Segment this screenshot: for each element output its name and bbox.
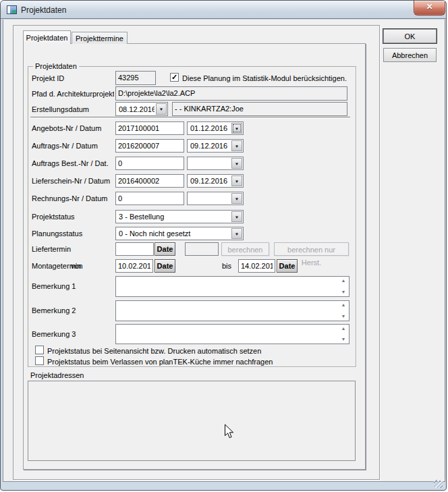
chevron-down-icon: ▼ <box>235 126 240 130</box>
window-title: Projektdaten <box>21 5 66 15</box>
montagetermin-von-input[interactable] <box>115 259 153 273</box>
tab-projektdaten[interactable]: Projektdaten <box>23 30 71 44</box>
chevron-down-icon: ▼ <box>235 196 240 200</box>
cancel-button[interactable]: Abbrechen <box>383 48 437 62</box>
auftrag-best-datum-dropdown-button[interactable]: ▼ <box>231 158 242 169</box>
titlebar[interactable]: Projektdaten <box>1 1 446 19</box>
auftrag-best-label: Auftrags Best.-Nr / Dat. <box>32 159 109 168</box>
scroll-down-icon[interactable]: ▼ <box>339 314 347 319</box>
angebot-nr-input[interactable] <box>115 121 184 135</box>
erstellungsdatum-label: Erstellungsdatum <box>32 105 89 114</box>
projektdaten-dialog: Projektdaten ✕ OK Abbrechen Projektdaten… <box>0 0 447 491</box>
scroll-down-icon[interactable]: ▼ <box>339 337 347 342</box>
chevron-down-icon: ▼ <box>235 179 240 183</box>
pfad-field: D:\projekte\la2\la2.ACP <box>115 86 347 101</box>
statistik-checkbox-label: Diese Planung im Statistik-Modul berücks… <box>182 74 347 83</box>
angebot-label: Angebots-Nr / Datum <box>32 124 101 133</box>
separator-line <box>30 117 350 118</box>
montagetermin-von-label: von <box>71 261 83 271</box>
statistik-checkbox[interactable]: ✓ <box>170 73 179 82</box>
chevron-down-icon: ▼ <box>235 144 240 148</box>
auftrag-label: Auftrags-Nr / Datum <box>32 141 98 151</box>
rechnung-datum-value <box>190 193 230 204</box>
bemerkung2-input[interactable] <box>115 300 349 321</box>
chevron-down-icon: ▼ <box>159 107 164 111</box>
rechnung-nr-input[interactable] <box>115 192 184 205</box>
scroll-down-icon[interactable]: ▼ <box>339 290 347 295</box>
chevron-down-icon: ▼ <box>235 161 240 165</box>
lieferschein-label: Lieferschein-Nr / Datum <box>32 176 110 186</box>
planungsstatus-combo[interactable]: 0 - Noch nicht gesetzt ▼ <box>115 227 244 240</box>
berechnen-button[interactable]: berechnen <box>221 242 269 256</box>
close-icon[interactable]: ✕ <box>414 1 445 16</box>
erstellungsdatum-value: 08.12.2016 <box>119 103 155 115</box>
projektstatus-combo[interactable]: 3 - Bestellung ▼ <box>115 210 244 223</box>
liefertermin-aux-field <box>185 242 219 256</box>
auftrag-datum-value: 09.12.2016 <box>190 140 230 151</box>
bemerkung1-input[interactable] <box>115 276 349 297</box>
erstellungsdatum-combo[interactable]: 08.12.2016 ▼ <box>115 102 168 116</box>
projektstatus-value: 3 - Bestellung <box>119 211 230 222</box>
chevron-down-icon: ▼ <box>235 215 240 219</box>
projekt-id-label: Projekt ID <box>32 74 64 83</box>
bemerkung2-label: Bemerkung 2 <box>32 306 76 315</box>
projektstatus-label: Projektstatus <box>32 212 75 221</box>
lieferschein-datum-dropdown-button[interactable]: ▼ <box>231 175 242 186</box>
projektstatus-dropdown-button[interactable]: ▼ <box>231 211 242 222</box>
auftrag-best-datum-value <box>190 158 230 169</box>
planungsstatus-label: Planungsstatus <box>32 229 82 238</box>
projektadressen-label: Projektadressen <box>30 371 84 380</box>
auftrag-nr-input[interactable] <box>115 139 184 153</box>
rechnung-datum-combo[interactable]: ▼ <box>187 192 244 205</box>
angebot-datum-dropdown-button[interactable]: ▼ <box>231 123 242 134</box>
auftrag-best-datum-combo[interactable]: ▼ <box>187 157 244 170</box>
groupbox-title: Projektdaten <box>33 62 79 70</box>
erstellungsdatum-dropdown-button[interactable]: ▼ <box>156 103 167 115</box>
mouse-cursor <box>224 424 234 439</box>
planungsstatus-value: 0 - Noch nicht gesetzt <box>119 228 230 239</box>
berechnen-nur-herst-button[interactable]: berechnen nur Herst. <box>274 242 349 256</box>
angebot-datum-combo[interactable]: 01.12.2016 ▼ <box>187 121 244 135</box>
app-icon <box>7 5 17 14</box>
check-icon: ✓ <box>171 74 178 81</box>
projekt-id-field: 43295 <box>115 71 156 85</box>
chevron-down-icon: ▼ <box>235 231 240 236</box>
projektadressen-list <box>28 381 356 461</box>
liefertermin-input[interactable] <box>115 242 154 256</box>
rechnung-label: Rechnungs-Nr / Datum <box>32 194 108 203</box>
montagetermin-von-date-button[interactable]: Date <box>155 259 175 273</box>
bemerkung3-input[interactable] <box>115 324 349 344</box>
lieferschein-datum-combo[interactable]: 09.12.2016 ▼ <box>187 174 244 188</box>
planungsstatus-dropdown-button[interactable]: ▼ <box>231 228 242 239</box>
montagetermin-bis-input[interactable] <box>238 259 275 273</box>
erstellungs-user-field: - - KINKARTZA2:Joe <box>172 102 347 116</box>
option-seitenansicht-checkbox[interactable] <box>35 346 44 354</box>
auftrag-best-nr-input[interactable] <box>115 157 184 170</box>
lieferschein-nr-input[interactable] <box>115 174 184 188</box>
angebot-datum-value: 01.12.2016 <box>190 123 230 134</box>
resize-grip[interactable] <box>434 480 443 488</box>
pfad-label: Pfad d. Architekturprojekt <box>32 89 114 99</box>
bemerkung1-label: Bemerkung 1 <box>32 281 76 291</box>
option-nachfragen-label: Projektstatus beim Verlassen von planTEK… <box>47 357 273 366</box>
option-nachfragen-checkbox[interactable] <box>35 356 44 365</box>
rechnung-datum-dropdown-button[interactable]: ▼ <box>231 193 242 204</box>
bemerkung3-label: Bemerkung 3 <box>32 329 76 339</box>
scroll-up-icon[interactable]: ▲ <box>339 302 347 308</box>
liefertermin-label: Liefertermin <box>32 244 71 254</box>
option-seitenansicht-label: Projektstatus bei Seitenansicht bzw. Dru… <box>47 346 261 356</box>
auftrag-datum-combo[interactable]: 09.12.2016 ▼ <box>187 139 244 153</box>
tab-projekttermine[interactable]: Projekttermine <box>72 32 128 44</box>
montagetermin-bis-label: bis <box>222 261 231 271</box>
auftrag-datum-dropdown-button[interactable]: ▼ <box>231 140 242 151</box>
lieferschein-datum-value: 09.12.2016 <box>190 175 230 186</box>
montagetermin-bis-date-button[interactable]: Date <box>277 259 298 273</box>
ok-button[interactable]: OK <box>383 29 437 43</box>
scroll-up-icon[interactable]: ▲ <box>339 326 347 331</box>
scroll-up-icon[interactable]: ▲ <box>339 278 347 283</box>
liefertermin-date-button[interactable]: Date <box>155 242 175 256</box>
